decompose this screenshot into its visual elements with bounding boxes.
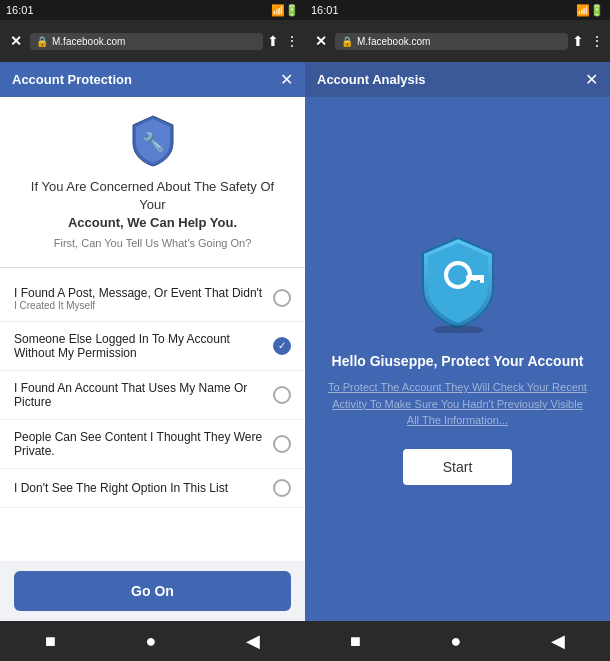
left-panel-title: Account Protection [12,72,132,87]
right-nav-square[interactable]: ■ [350,631,361,652]
right-url-text: M.facebook.com [357,36,430,47]
option-text-2: Someone Else Logged In To My Account Wit… [14,332,273,360]
shield-wrench-icon: 🔧 [128,113,178,168]
option-text-5: I Don't See The Right Option In This Lis… [14,481,273,495]
option-item-5[interactable]: I Don't See The Right Option In This Lis… [0,469,305,508]
start-button[interactable]: Start [403,449,513,485]
right-status: 16:01 📶🔋 [305,0,610,20]
option-item-2[interactable]: Someone Else Logged In To My Account Wit… [0,322,305,371]
right-nav-circle[interactable]: ● [451,631,462,652]
right-nav: ■ ● ◀ [305,621,610,661]
left-nav-square[interactable]: ■ [45,631,56,652]
option-label-1: I Found A Post, Message, Or Event That D… [14,286,273,300]
left-nav: ■ ● ◀ [0,621,305,661]
left-panel-header: Account Protection ✕ [0,62,305,97]
left-status-icons: 📶🔋 [271,4,299,17]
right-time: 16:01 [311,4,339,16]
option-label-2: Someone Else Logged In To My Account Wit… [14,332,273,360]
option-text-1: I Found A Post, Message, Or Event That D… [14,286,273,311]
option-item-1[interactable]: I Found A Post, Message, Or Event That D… [0,276,305,322]
left-menu-icon[interactable]: ⋮ [285,33,299,49]
right-nav-back[interactable]: ◀ [551,630,565,652]
right-menu-icon[interactable]: ⋮ [590,33,604,49]
svg-text:🔧: 🔧 [142,131,165,153]
dual-browser-bar: ✕ 🔒 M.facebook.com ⬆ ⋮ ✕ 🔒 M.facebook.co… [0,20,610,62]
svg-rect-4 [473,275,477,281]
divider-1 [0,267,305,268]
left-panel-footer: Go On [0,561,305,621]
left-browser-actions: ⬆ ⋮ [267,33,299,49]
option-radio-3[interactable] [273,386,291,404]
right-lock-icon: 🔒 [341,36,353,47]
option-item-4[interactable]: People Can See Content I Thought They We… [0,420,305,469]
left-panel-close-btn[interactable]: ✕ [280,70,293,89]
right-browser-half: ✕ 🔒 M.facebook.com ⬆ ⋮ [305,20,610,62]
dual-status-bar: 16:01 📶🔋 16:01 📶🔋 [0,0,610,20]
left-panel-body: 🔧 If You Are Concerned About The Safety … [0,97,305,561]
option-radio-1[interactable] [273,289,291,307]
svg-rect-3 [480,275,484,283]
right-panel-header: Account Analysis ✕ [305,62,610,97]
option-label-3: I Found An Account That Uses My Name Or … [14,381,273,409]
right-panel-close-btn[interactable]: ✕ [585,70,598,89]
left-lock-icon: 🔒 [36,36,48,47]
option-radio-2[interactable] [273,337,291,355]
right-share-icon[interactable]: ⬆ [572,33,584,49]
protect-description: To Protect The Account They Will Check Y… [325,379,590,429]
left-url-text: M.facebook.com [52,36,125,47]
option-sublabel-1: I Created It Myself [14,300,273,311]
help-title: If You Are Concerned About The Safety Of… [20,178,285,233]
option-text-3: I Found An Account That Uses My Name Or … [14,381,273,409]
option-label-4: People Can See Content I Thought They We… [14,430,273,458]
option-text-4: People Can See Content I Thought They We… [14,430,273,458]
left-time: 16:01 [6,4,34,16]
right-browser-actions: ⬆ ⋮ [572,33,604,49]
right-browser-close[interactable]: ✕ [311,31,331,51]
svg-point-5 [433,325,483,333]
option-item-3[interactable]: I Found An Account That Uses My Name Or … [0,371,305,420]
right-panel-title: Account Analysis [317,72,426,87]
left-panel: Account Protection ✕ 🔧 If You Are Concer… [0,62,305,621]
shield-section: 🔧 If You Are Concerned About The Safety … [0,97,305,259]
right-url-area[interactable]: 🔒 M.facebook.com [335,33,568,50]
right-panel-body: Hello Giuseppe, Protect Your Account To … [305,97,610,621]
left-nav-back[interactable]: ◀ [246,630,260,652]
left-url-area[interactable]: 🔒 M.facebook.com [30,33,263,50]
right-status-icons: 📶🔋 [576,4,604,17]
help-subtitle: First, Can You Tell Us What's Going On? [54,237,252,249]
right-panel: Account Analysis ✕ [305,62,610,621]
key-shield-icon [413,233,503,333]
protect-title: Hello Giuseppe, Protect Your Account [332,353,584,369]
go-on-button[interactable]: Go On [14,571,291,611]
dual-nav-bar: ■ ● ◀ ■ ● ◀ [0,621,610,661]
option-label-5: I Don't See The Right Option In This Lis… [14,481,273,495]
left-share-icon[interactable]: ⬆ [267,33,279,49]
option-radio-5[interactable] [273,479,291,497]
left-browser-close[interactable]: ✕ [6,31,26,51]
option-radio-4[interactable] [273,435,291,453]
main-content: Account Protection ✕ 🔧 If You Are Concer… [0,62,610,621]
left-browser-half: ✕ 🔒 M.facebook.com ⬆ ⋮ [0,20,305,62]
left-nav-circle[interactable]: ● [146,631,157,652]
left-status: 16:01 📶🔋 [0,0,305,20]
